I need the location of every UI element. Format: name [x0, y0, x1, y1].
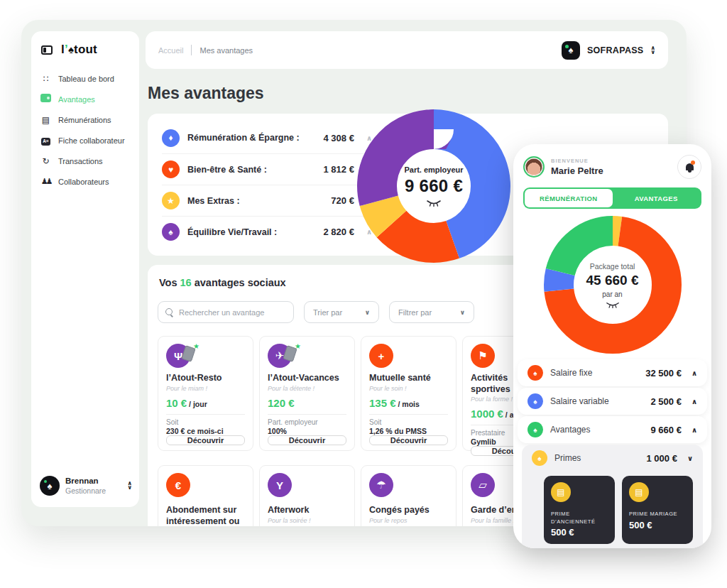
search-input[interactable]: [179, 308, 286, 317]
category-row-mes-extras[interactable]: ★ Mes Extras : 720 € ∧: [162, 185, 372, 216]
primes-expanded-section: ♠ Primes 1 000 € ∨ ▤ PRIME D’ANCIENNETÉ …: [522, 445, 703, 548]
category-label: Équilibre Vie/Travail :: [187, 227, 277, 237]
sidebar-item-tableau-de-bord[interactable]: ∷ Tableau de bord: [40, 68, 131, 89]
discover-button[interactable]: Découvrir: [369, 435, 448, 445]
category-label: Rémunération & Épargne :: [187, 133, 300, 143]
tab-avantages[interactable]: AVANTAGES: [613, 189, 701, 207]
avatar: [523, 156, 545, 178]
id-card-icon: A≡: [40, 135, 52, 146]
sidebar-item-avantages[interactable]: Avantages: [40, 89, 131, 109]
umbrella-icon: ☂: [369, 473, 393, 497]
notification-dot: [691, 160, 695, 165]
category-row-bien-etre-sante[interactable]: ♥ Bien-être & Santé : 1 812 € ∧: [162, 153, 372, 185]
tab-remuneration[interactable]: RÉMUNÉRATION: [525, 189, 613, 207]
spade-icon: ♠: [532, 450, 547, 466]
benefit-tagline: Pour la soirée !: [268, 517, 346, 524]
sidebar-item-remunerations[interactable]: ▤ Rémunérations: [40, 109, 131, 130]
discover-button[interactable]: Découvrir: [268, 435, 346, 445]
star-icon: ★: [162, 192, 180, 209]
benefit-card-afterwork: Y Afterwork Pour la soirée !: [259, 465, 355, 526]
account-switcher[interactable]: ♠ Brennan Gestionnare ∧∨: [40, 476, 132, 496]
sidebar-item-label: Avantages: [58, 95, 95, 104]
user-avatar: ♠: [40, 476, 60, 496]
benefit-name: Mutuelle santé: [369, 373, 448, 384]
prime-value: 500 €: [629, 520, 686, 530]
prime-value: 500 €: [551, 527, 608, 538]
benefit-search: [158, 301, 294, 323]
diamond-icon: ♦: [162, 129, 180, 147]
row-primes[interactable]: ♠ Primes 1 000 € ∨: [522, 445, 703, 472]
prime-card-anciennete: ▤ PRIME D’ANCIENNETÉ 500 €: [544, 476, 615, 544]
benefit-cards-grid: Ψ ★ l’Atout-Resto Pour le miam ! 10 € / …: [158, 336, 558, 526]
chevron-up-icon: ∧: [692, 426, 697, 434]
sidebar-item-label: Collaborateurs: [58, 178, 109, 186]
spade-icon: ♠: [528, 422, 543, 437]
category-value: 1 812 €: [324, 164, 354, 175]
org-name: SOFRAPASS: [587, 45, 644, 55]
health-cross-icon: +: [369, 344, 393, 368]
chevron-down-icon: ∨: [447, 309, 465, 316]
org-selector[interactable]: ♠ SOFRAPASS ∧∨: [562, 41, 655, 60]
prime-title: PRIME MARIAGE: [629, 511, 686, 518]
row-label: Primes: [554, 453, 581, 463]
clipboard-icon: ▤: [40, 115, 52, 125]
benefit-tagline: Pour le soin !: [369, 385, 448, 392]
row-salaire-variable[interactable]: ♠ Salaire variable 2 500 € ∧: [518, 388, 707, 415]
sidebar-item-label: Tableau de bord: [58, 75, 114, 83]
sort-select[interactable]: Trier par ∨: [304, 301, 379, 323]
benefit-price: 10 €: [166, 397, 187, 409]
benefit-name: l’Atout-Vacances: [268, 373, 346, 384]
sidebar-item-label: Transactions: [58, 157, 103, 165]
cocktail-icon: Y: [268, 473, 292, 497]
sidebar-item-transactions[interactable]: ↻ Transactions: [40, 151, 131, 171]
benefit-meta-label: Soit: [369, 418, 448, 426]
prime-cards: ▤ PRIME D’ANCIENNETÉ 500 € ▤ PRIME MARIA…: [522, 472, 703, 544]
benefit-meta-value: 230 € ce mois-ci: [166, 427, 245, 435]
benefit-card-mutuelle-sante: + Mutuelle santé Pour le soin ! 135 € / …: [361, 336, 457, 451]
category-row-equilibre-vie-travail[interactable]: ♠ Équilibre Vie/Travail : 2 820 € ∧: [162, 216, 372, 247]
breadcrumb-current: Mes avantages: [199, 46, 253, 55]
screen: l’♠tout ∷ Tableau de bord Avantages ▤ Ré…: [0, 0, 727, 588]
notifications-button[interactable]: [677, 155, 701, 179]
category-row-remuneration-epargne[interactable]: ♦ Rémunération & Épargne : 4 308 € ∧: [162, 122, 372, 153]
row-avantages[interactable]: ♠ Avantages 9 660 € ∧: [518, 416, 707, 443]
people-icon: ♟♟: [40, 177, 52, 186]
benefit-meta-value: 1,26 % du PMSS: [369, 427, 448, 435]
filter-label: Filtrer par: [398, 308, 432, 317]
benefit-price: 120 €: [268, 397, 295, 409]
panel-user-name: Marie Peltre: [551, 165, 603, 176]
chevron-down-icon: ∨: [687, 454, 693, 462]
benefit-meta-value: 100%: [268, 427, 346, 435]
category-label: Bien-être & Santé :: [187, 165, 267, 175]
user-role: Gestionnare: [65, 486, 106, 495]
breadcrumb-home[interactable]: Accueil: [158, 46, 183, 55]
discover-button[interactable]: Découvrir: [166, 435, 245, 445]
sidebar-nav: ∷ Tableau de bord Avantages ▤ Rémunérati…: [40, 68, 131, 192]
row-label: Avantages: [550, 425, 591, 435]
category-list: ♦ Rémunération & Épargne : 4 308 € ∧ ♥ B…: [162, 122, 372, 247]
row-salaire-fixe[interactable]: ♠ Salaire fixe 32 500 € ∧: [518, 359, 707, 386]
filter-select[interactable]: Filtrer par ∨: [389, 301, 474, 323]
sidebar-item-label: Fiche collaborateur: [58, 136, 125, 145]
spade-icon: ♠: [528, 365, 543, 381]
employee-mobile-panel: BIENVENUE Marie Peltre RÉMUNÉRATION AVAN…: [513, 144, 711, 548]
heart-icon: ♥: [162, 160, 180, 178]
star-badge-icon: ★: [193, 342, 199, 350]
donut-chart-svg: [543, 215, 682, 354]
wallet-icon: [40, 94, 52, 104]
sport-icon: ⚑: [471, 344, 495, 368]
benefit-tagline: Pour le repos: [369, 517, 448, 524]
sort-label: Trier par: [313, 308, 342, 317]
benefits-count: 16: [180, 277, 192, 288]
row-value: 9 660 €: [651, 425, 682, 435]
banknote-coin-icon: ▤: [629, 482, 649, 502]
row-value: 32 500 €: [645, 368, 682, 379]
sidebar-item-collaborateurs[interactable]: ♟♟ Collaborateurs: [40, 171, 131, 192]
sidebar-toggle-icon[interactable]: [41, 45, 53, 55]
prime-title: PRIME D’ANCIENNETÉ: [551, 511, 608, 526]
spade-icon: ♠: [162, 223, 180, 241]
category-label: Mes Extras :: [187, 196, 240, 206]
eye-closed-icon[interactable]: [606, 302, 620, 308]
sidebar-item-fiche-collaborateur[interactable]: A≡ Fiche collaborateur: [40, 130, 131, 151]
eye-closed-icon[interactable]: [426, 200, 442, 207]
